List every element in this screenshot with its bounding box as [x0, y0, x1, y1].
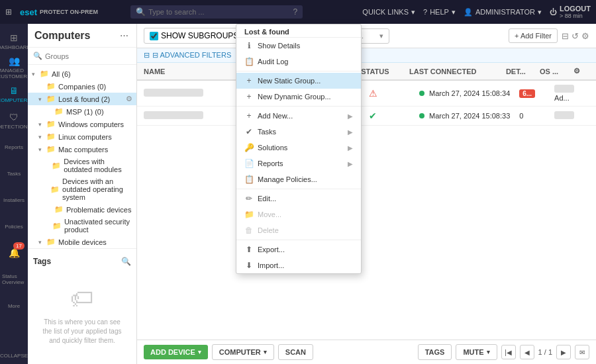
add-filter-btn[interactable]: + Add Filter	[509, 28, 558, 43]
sidebar-item-reports[interactable]: Reports	[2, 135, 26, 159]
tags-panel: Tags 🔍 🏷 This is where you can see the l…	[28, 248, 136, 364]
tree-item-companies[interactable]: 📁 Companies (0)	[28, 80, 136, 93]
scan-btn[interactable]: SCAN	[278, 344, 313, 360]
tags-btn[interactable]: TAGS	[418, 344, 452, 360]
ctx-new-dynamic-group[interactable]: + New Dynamic Group...	[236, 89, 361, 105]
sidebar-item-policies[interactable]: Policies	[2, 214, 26, 238]
show-subgroups-checkbox[interactable]	[150, 32, 158, 40]
tree-item-windows[interactable]: ▾ 📁 Windows computers	[28, 118, 136, 130]
sidebar-item-status[interactable]: Status Overview	[2, 267, 26, 291]
groups-menu-btn[interactable]: ⋯	[119, 29, 130, 42]
ctx-solutions[interactable]: 🔑 Solutions ▶	[236, 140, 361, 156]
logout-btn[interactable]: ⏻ LOGOUT > 88 min	[550, 5, 591, 19]
sidebar-item-notifications[interactable]: 🔔 17	[2, 241, 26, 265]
col-name: NAME	[144, 68, 240, 75]
ctx-manage-policies[interactable]: 📋 Manage Policies...	[236, 171, 361, 187]
ctx-new-static-group[interactable]: + New Static Group...	[236, 73, 361, 89]
refresh-icon-btn[interactable]: ↺	[571, 31, 579, 41]
tree-item-outdated-modules[interactable]: 📁 Devices with outdated modules	[28, 156, 136, 175]
col-settings: ⚙	[573, 67, 589, 75]
computer-btn[interactable]: COMPUTER ▾	[212, 344, 274, 360]
name-blur	[144, 111, 203, 119]
content-area: SHOW SUBGROUPS 📁 Lost & found (2) ✕ Tags…	[137, 24, 596, 364]
folder-icon: 📁	[46, 238, 56, 246]
quick-links-btn[interactable]: QUICK LINKS ▾	[362, 8, 415, 17]
ctx-edit[interactable]: ✏ Edit...	[236, 191, 361, 206]
tree-item-mobile[interactable]: ▾ 📁 Mobile devices	[28, 236, 136, 248]
cell-det: 6...	[519, 89, 554, 97]
folder-icon: 📁	[54, 205, 64, 214]
sidebar-item-more[interactable]: More	[2, 294, 26, 318]
chevron-down-icon: ▾	[538, 8, 542, 17]
chevron-down-icon: ▾	[379, 32, 383, 40]
os-blur	[554, 111, 574, 119]
cell-status: ⚠	[369, 88, 419, 99]
ctx-audit-log[interactable]: 📋 Audit Log	[236, 54, 361, 69]
customers-icon: 👥	[9, 56, 20, 66]
tree-settings-icon[interactable]: ⚙	[126, 95, 132, 103]
tree-toggle: ▾	[38, 239, 46, 246]
next-page-btn[interactable]: ▶	[556, 345, 571, 359]
delete-icon: 🗑	[244, 226, 254, 235]
table-row[interactable]: ✔ March 27, 2024 15:08:33 0	[137, 107, 596, 126]
page-indicator: 1 / 1	[538, 348, 552, 356]
cell-name	[144, 89, 244, 98]
col-det: DET...	[506, 68, 540, 75]
sidebar-item-tasks[interactable]: Tasks	[2, 161, 26, 185]
computers-icon: 🖥	[9, 85, 19, 96]
add-device-btn[interactable]: ADD DEVICE ▾	[144, 345, 208, 359]
reports-icon: 📄	[244, 159, 254, 168]
sidebar-item-detections[interactable]: 🛡 DETECTIONS	[2, 109, 26, 132]
collapse-btn[interactable]: COLLAPSE	[0, 347, 28, 364]
tree-item-lost-found[interactable]: ▾ 📁 Lost & found (2) ⚙	[28, 93, 136, 105]
tree-item-msp[interactable]: 📁 MSP (1) (0)	[28, 105, 136, 118]
tree-item-outdated-os[interactable]: 📁 Devices with an outdated operating sys…	[28, 175, 136, 203]
apps-grid-icon[interactable]: ⊞	[5, 7, 12, 17]
ctx-divider	[236, 106, 361, 107]
search-help-icon: ?	[293, 7, 297, 17]
search-icon: 🔍	[33, 52, 42, 60]
tree-item-unactivated[interactable]: 📁 Unactivated security product	[28, 216, 136, 236]
search-bar: 🔍 ?	[130, 5, 303, 19]
ctx-show-details[interactable]: ℹ Show Details	[236, 38, 361, 54]
ctx-reports[interactable]: 📄 Reports ▶	[236, 156, 361, 171]
cell-os	[554, 111, 589, 120]
mute-btn[interactable]: MUTE ▾	[456, 344, 497, 360]
info-icon: ℹ	[244, 41, 254, 50]
tree-container: ▾ 📁 All (6) 📁 Companies (0) ▾ 📁 Lost & f…	[28, 65, 136, 248]
toolbar: SHOW SUBGROUPS 📁 Lost & found (2) ✕ Tags…	[137, 24, 596, 48]
prev-page-btn[interactable]: ◀	[520, 345, 534, 359]
sidebar-item-installers[interactable]: Installers	[2, 188, 26, 212]
last-page-btn[interactable]: ✉	[575, 345, 589, 359]
help-btn[interactable]: ? HELP ▾	[423, 8, 456, 17]
folder-icon: 📁	[50, 185, 60, 194]
chevron-down-icon: ▾	[487, 349, 490, 355]
tree-item-all[interactable]: ▾ 📁 All (6)	[28, 68, 136, 80]
tags-search-icon[interactable]: 🔍	[121, 257, 131, 266]
sidebar-item-computers[interactable]: 🖥 COMPUTERS	[2, 82, 26, 106]
first-page-btn[interactable]: |◀	[501, 345, 516, 359]
dashboard-icon: ⊞	[10, 32, 18, 43]
ctx-export[interactable]: ⬆ Export...	[236, 242, 361, 257]
sidebar-item-managed[interactable]: 👥 MANAGED CUSTOMERS	[2, 56, 26, 79]
search-input[interactable]	[148, 8, 290, 16]
settings-icon-btn[interactable]: ⚙	[581, 31, 589, 41]
tree-item-problematic[interactable]: 📁 Problematic devices	[28, 203, 136, 216]
ctx-tasks[interactable]: ✔ Tasks ▶	[236, 124, 361, 140]
tree-item-linux[interactable]: ▾ 📁 Linux computers	[28, 130, 136, 143]
online-dot	[419, 113, 424, 118]
ctx-add-new[interactable]: + Add New... ▶	[236, 108, 361, 124]
chevron-right-icon: ▶	[348, 113, 353, 120]
chevron-down-icon: ▾	[452, 8, 456, 17]
groups-search-input[interactable]	[45, 52, 136, 60]
context-menu-header: Lost & found	[236, 24, 361, 38]
sidebar-item-dashboard[interactable]: ⊞ DASHBOARD	[2, 29, 26, 53]
tree-item-mac[interactable]: ▾ 📁 Mac computers	[28, 143, 136, 156]
ctx-import[interactable]: ⬇ Import...	[236, 257, 361, 273]
show-subgroups-toggle[interactable]: SHOW SUBGROUPS	[144, 28, 244, 44]
filter-icon-btn[interactable]: ⊟	[562, 31, 569, 41]
table-row[interactable]: ⚠ March 27, 2024 15:08:34 6... Ad...	[137, 81, 596, 107]
admin-btn[interactable]: 👤 ADMINISTRATOR ▾	[464, 8, 542, 17]
top-header: ⊞ eset PROTECT ON-PREM 🔍 ? QUICK LINKS ▾…	[0, 0, 596, 24]
advanced-filters-bar[interactable]: ⊟ ⊟ ADVANCED FILTERS	[137, 48, 596, 63]
